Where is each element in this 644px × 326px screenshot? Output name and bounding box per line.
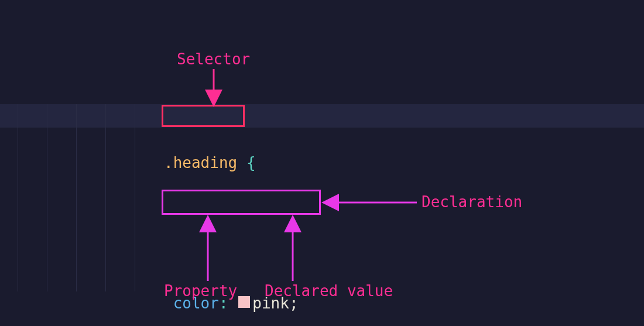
annotation-declaration: Declaration: [422, 193, 522, 211]
code-line-selector: .heading {: [164, 151, 347, 174]
annotation-property: Property: [164, 282, 237, 300]
brace-open: {: [246, 151, 256, 174]
css-selector: .heading: [164, 151, 237, 174]
arrow-property: [202, 217, 214, 284]
color-swatch-icon: [238, 296, 250, 308]
selector-highlight-box: [162, 105, 245, 127]
code-line-blank: [164, 221, 347, 245]
annotation-declared-value: Declared value: [265, 282, 393, 300]
annotation-selector: Selector: [177, 50, 250, 68]
arrow-declared-value: [287, 217, 299, 284]
arrow-selector: [208, 69, 220, 108]
declaration-highlight-box: [162, 190, 321, 215]
arrow-declaration: [323, 197, 422, 211]
